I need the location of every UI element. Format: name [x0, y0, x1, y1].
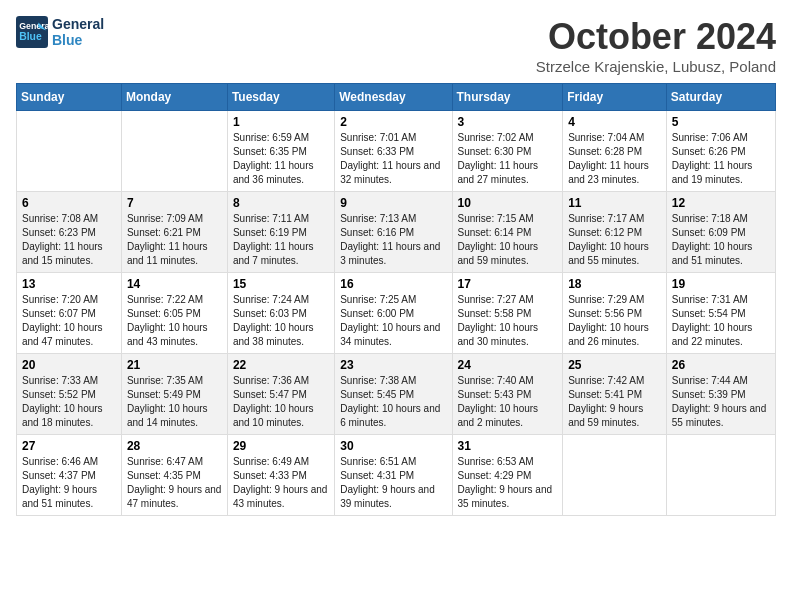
day-number: 18	[568, 277, 661, 291]
day-info: Sunrise: 7:08 AM Sunset: 6:23 PM Dayligh…	[22, 212, 116, 268]
day-number: 4	[568, 115, 661, 129]
day-number: 22	[233, 358, 329, 372]
header-monday: Monday	[121, 84, 227, 111]
day-number: 31	[458, 439, 558, 453]
day-info: Sunrise: 6:59 AM Sunset: 6:35 PM Dayligh…	[233, 131, 329, 187]
cell-5-7	[666, 435, 775, 516]
day-number: 29	[233, 439, 329, 453]
day-number: 16	[340, 277, 446, 291]
cell-1-6: 4Sunrise: 7:04 AM Sunset: 6:28 PM Daylig…	[563, 111, 667, 192]
cell-2-7: 12Sunrise: 7:18 AM Sunset: 6:09 PM Dayli…	[666, 192, 775, 273]
cell-3-6: 18Sunrise: 7:29 AM Sunset: 5:56 PM Dayli…	[563, 273, 667, 354]
day-info: Sunrise: 7:24 AM Sunset: 6:03 PM Dayligh…	[233, 293, 329, 349]
day-number: 13	[22, 277, 116, 291]
cell-4-7: 26Sunrise: 7:44 AM Sunset: 5:39 PM Dayli…	[666, 354, 775, 435]
header-wednesday: Wednesday	[335, 84, 452, 111]
day-info: Sunrise: 7:38 AM Sunset: 5:45 PM Dayligh…	[340, 374, 446, 430]
cell-1-3: 1Sunrise: 6:59 AM Sunset: 6:35 PM Daylig…	[227, 111, 334, 192]
month-title: October 2024	[536, 16, 776, 58]
cell-2-2: 7Sunrise: 7:09 AM Sunset: 6:21 PM Daylig…	[121, 192, 227, 273]
day-info: Sunrise: 7:33 AM Sunset: 5:52 PM Dayligh…	[22, 374, 116, 430]
day-number: 14	[127, 277, 222, 291]
day-info: Sunrise: 7:40 AM Sunset: 5:43 PM Dayligh…	[458, 374, 558, 430]
day-info: Sunrise: 7:20 AM Sunset: 6:07 PM Dayligh…	[22, 293, 116, 349]
day-number: 12	[672, 196, 770, 210]
day-number: 6	[22, 196, 116, 210]
cell-4-3: 22Sunrise: 7:36 AM Sunset: 5:47 PM Dayli…	[227, 354, 334, 435]
day-number: 9	[340, 196, 446, 210]
day-number: 10	[458, 196, 558, 210]
week-row-3: 13Sunrise: 7:20 AM Sunset: 6:07 PM Dayli…	[17, 273, 776, 354]
day-number: 8	[233, 196, 329, 210]
day-info: Sunrise: 7:17 AM Sunset: 6:12 PM Dayligh…	[568, 212, 661, 268]
day-info: Sunrise: 7:44 AM Sunset: 5:39 PM Dayligh…	[672, 374, 770, 430]
day-number: 30	[340, 439, 446, 453]
day-number: 25	[568, 358, 661, 372]
cell-5-2: 28Sunrise: 6:47 AM Sunset: 4:35 PM Dayli…	[121, 435, 227, 516]
day-number: 24	[458, 358, 558, 372]
day-info: Sunrise: 7:13 AM Sunset: 6:16 PM Dayligh…	[340, 212, 446, 268]
cell-2-3: 8Sunrise: 7:11 AM Sunset: 6:19 PM Daylig…	[227, 192, 334, 273]
cell-1-1	[17, 111, 122, 192]
cell-1-2	[121, 111, 227, 192]
cell-3-5: 17Sunrise: 7:27 AM Sunset: 5:58 PM Dayli…	[452, 273, 563, 354]
cell-1-4: 2Sunrise: 7:01 AM Sunset: 6:33 PM Daylig…	[335, 111, 452, 192]
day-info: Sunrise: 7:09 AM Sunset: 6:21 PM Dayligh…	[127, 212, 222, 268]
day-info: Sunrise: 6:51 AM Sunset: 4:31 PM Dayligh…	[340, 455, 446, 511]
header-sunday: Sunday	[17, 84, 122, 111]
title-block: October 2024 Strzelce Krajenskie, Lubusz…	[536, 16, 776, 75]
logo: General Blue General Blue	[16, 16, 104, 48]
day-number: 3	[458, 115, 558, 129]
header-thursday: Thursday	[452, 84, 563, 111]
logo-text-general: General	[52, 16, 104, 32]
day-number: 21	[127, 358, 222, 372]
day-number: 11	[568, 196, 661, 210]
week-row-5: 27Sunrise: 6:46 AM Sunset: 4:37 PM Dayli…	[17, 435, 776, 516]
day-number: 27	[22, 439, 116, 453]
day-info: Sunrise: 7:29 AM Sunset: 5:56 PM Dayligh…	[568, 293, 661, 349]
cell-5-6	[563, 435, 667, 516]
header-tuesday: Tuesday	[227, 84, 334, 111]
cell-2-5: 10Sunrise: 7:15 AM Sunset: 6:14 PM Dayli…	[452, 192, 563, 273]
day-number: 17	[458, 277, 558, 291]
header-friday: Friday	[563, 84, 667, 111]
logo-text-blue: Blue	[52, 32, 104, 48]
page-header: General Blue General Blue October 2024 S…	[16, 16, 776, 75]
cell-1-5: 3Sunrise: 7:02 AM Sunset: 6:30 PM Daylig…	[452, 111, 563, 192]
day-number: 19	[672, 277, 770, 291]
day-info: Sunrise: 6:46 AM Sunset: 4:37 PM Dayligh…	[22, 455, 116, 511]
day-info: Sunrise: 7:01 AM Sunset: 6:33 PM Dayligh…	[340, 131, 446, 187]
cell-5-5: 31Sunrise: 6:53 AM Sunset: 4:29 PM Dayli…	[452, 435, 563, 516]
cell-5-3: 29Sunrise: 6:49 AM Sunset: 4:33 PM Dayli…	[227, 435, 334, 516]
day-info: Sunrise: 7:31 AM Sunset: 5:54 PM Dayligh…	[672, 293, 770, 349]
day-number: 28	[127, 439, 222, 453]
day-number: 1	[233, 115, 329, 129]
cell-3-2: 14Sunrise: 7:22 AM Sunset: 6:05 PM Dayli…	[121, 273, 227, 354]
day-info: Sunrise: 7:18 AM Sunset: 6:09 PM Dayligh…	[672, 212, 770, 268]
day-info: Sunrise: 7:35 AM Sunset: 5:49 PM Dayligh…	[127, 374, 222, 430]
day-info: Sunrise: 7:36 AM Sunset: 5:47 PM Dayligh…	[233, 374, 329, 430]
calendar-table: SundayMondayTuesdayWednesdayThursdayFrid…	[16, 83, 776, 516]
header-saturday: Saturday	[666, 84, 775, 111]
day-info: Sunrise: 6:53 AM Sunset: 4:29 PM Dayligh…	[458, 455, 558, 511]
day-info: Sunrise: 7:11 AM Sunset: 6:19 PM Dayligh…	[233, 212, 329, 268]
cell-1-7: 5Sunrise: 7:06 AM Sunset: 6:26 PM Daylig…	[666, 111, 775, 192]
location: Strzelce Krajenskie, Lubusz, Poland	[536, 58, 776, 75]
day-info: Sunrise: 6:49 AM Sunset: 4:33 PM Dayligh…	[233, 455, 329, 511]
cell-5-4: 30Sunrise: 6:51 AM Sunset: 4:31 PM Dayli…	[335, 435, 452, 516]
day-number: 5	[672, 115, 770, 129]
week-row-2: 6Sunrise: 7:08 AM Sunset: 6:23 PM Daylig…	[17, 192, 776, 273]
day-number: 15	[233, 277, 329, 291]
header-row: SundayMondayTuesdayWednesdayThursdayFrid…	[17, 84, 776, 111]
day-info: Sunrise: 7:02 AM Sunset: 6:30 PM Dayligh…	[458, 131, 558, 187]
cell-2-4: 9Sunrise: 7:13 AM Sunset: 6:16 PM Daylig…	[335, 192, 452, 273]
cell-3-7: 19Sunrise: 7:31 AM Sunset: 5:54 PM Dayli…	[666, 273, 775, 354]
cell-2-6: 11Sunrise: 7:17 AM Sunset: 6:12 PM Dayli…	[563, 192, 667, 273]
week-row-1: 1Sunrise: 6:59 AM Sunset: 6:35 PM Daylig…	[17, 111, 776, 192]
day-info: Sunrise: 7:27 AM Sunset: 5:58 PM Dayligh…	[458, 293, 558, 349]
day-info: Sunrise: 7:22 AM Sunset: 6:05 PM Dayligh…	[127, 293, 222, 349]
cell-2-1: 6Sunrise: 7:08 AM Sunset: 6:23 PM Daylig…	[17, 192, 122, 273]
svg-text:Blue: Blue	[19, 31, 42, 42]
cell-3-3: 15Sunrise: 7:24 AM Sunset: 6:03 PM Dayli…	[227, 273, 334, 354]
day-info: Sunrise: 7:04 AM Sunset: 6:28 PM Dayligh…	[568, 131, 661, 187]
